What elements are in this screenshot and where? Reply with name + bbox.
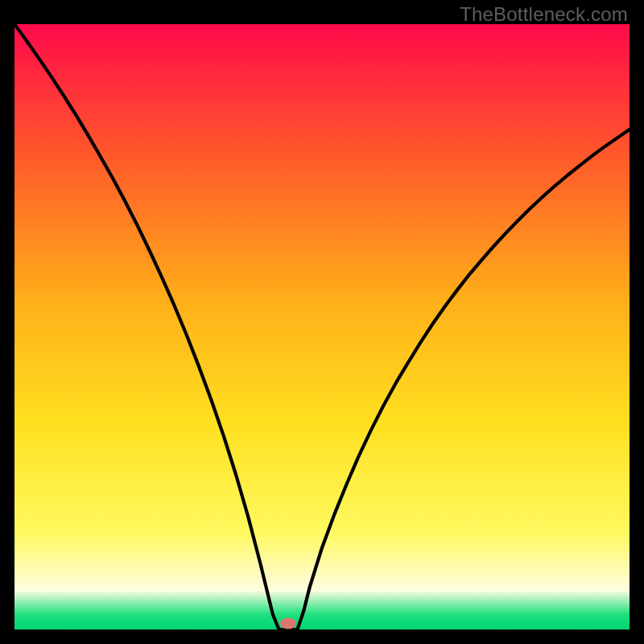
- bottleneck-curve-chart: [14, 24, 630, 630]
- gradient-background: [14, 24, 630, 630]
- plot-area: [14, 24, 630, 630]
- watermark-text: TheBottleneck.com: [460, 3, 628, 26]
- chart-frame: TheBottleneck.com: [0, 0, 644, 644]
- optimal-point-marker: [280, 617, 296, 629]
